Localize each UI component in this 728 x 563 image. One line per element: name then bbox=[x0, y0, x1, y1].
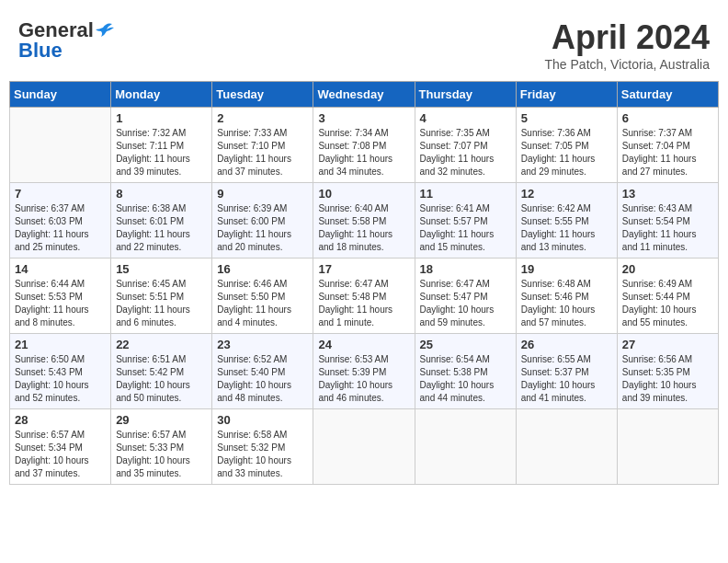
calendar-week-5: 28Sunrise: 6:57 AMSunset: 5:34 PMDayligh… bbox=[10, 409, 719, 485]
calendar-cell: 30Sunrise: 6:58 AMSunset: 5:32 PMDayligh… bbox=[212, 409, 313, 485]
day-info: Sunrise: 6:39 AMSunset: 6:00 PMDaylight:… bbox=[217, 202, 308, 254]
calendar-cell: 18Sunrise: 6:47 AMSunset: 5:47 PMDayligh… bbox=[415, 259, 516, 334]
day-number: 27 bbox=[622, 338, 713, 351]
day-info: Sunrise: 7:37 AMSunset: 7:04 PMDaylight:… bbox=[622, 127, 713, 178]
header-monday: Monday bbox=[111, 82, 212, 108]
day-info: Sunrise: 6:53 AMSunset: 5:39 PMDaylight:… bbox=[318, 353, 409, 405]
calendar-cell bbox=[313, 409, 415, 485]
calendar-cell: 3Sunrise: 7:34 AMSunset: 7:08 PMDaylight… bbox=[313, 108, 415, 183]
header-wednesday: Wednesday bbox=[313, 82, 415, 108]
day-info: Sunrise: 7:33 AMSunset: 7:10 PMDaylight:… bbox=[217, 127, 308, 178]
day-info: Sunrise: 7:34 AMSunset: 7:08 PMDaylight:… bbox=[318, 127, 409, 178]
day-info: Sunrise: 6:57 AMSunset: 5:33 PMDaylight:… bbox=[116, 429, 207, 480]
calendar-cell: 2Sunrise: 7:33 AMSunset: 7:10 PMDaylight… bbox=[212, 108, 313, 183]
day-number: 11 bbox=[420, 187, 511, 201]
calendar-cell bbox=[10, 108, 111, 183]
calendar-cell: 1Sunrise: 7:32 AMSunset: 7:11 PMDaylight… bbox=[111, 108, 212, 183]
calendar-cell: 28Sunrise: 6:57 AMSunset: 5:34 PMDayligh… bbox=[10, 409, 111, 485]
day-number: 3 bbox=[318, 111, 409, 125]
day-info: Sunrise: 6:38 AMSunset: 6:01 PMDaylight:… bbox=[116, 202, 207, 254]
day-info: Sunrise: 6:44 AMSunset: 5:53 PMDaylight:… bbox=[15, 278, 106, 329]
day-info: Sunrise: 6:56 AMSunset: 5:35 PMDaylight:… bbox=[622, 353, 713, 405]
header-thursday: Thursday bbox=[415, 82, 516, 108]
day-info: Sunrise: 6:52 AMSunset: 5:40 PMDaylight:… bbox=[217, 353, 308, 405]
calendar-cell: 6Sunrise: 7:37 AMSunset: 7:04 PMDaylight… bbox=[617, 108, 718, 183]
day-number: 21 bbox=[15, 338, 106, 351]
calendar-cell: 11Sunrise: 6:41 AMSunset: 5:57 PMDayligh… bbox=[415, 183, 516, 259]
calendar-cell: 10Sunrise: 6:40 AMSunset: 5:58 PMDayligh… bbox=[313, 183, 415, 259]
day-number: 17 bbox=[318, 262, 409, 276]
calendar-cell: 19Sunrise: 6:48 AMSunset: 5:46 PMDayligh… bbox=[516, 259, 617, 334]
logo-text-blue: Blue bbox=[18, 39, 63, 63]
header-sunday: Sunday bbox=[10, 82, 111, 108]
calendar-cell: 17Sunrise: 6:47 AMSunset: 5:48 PMDayligh… bbox=[313, 259, 415, 334]
calendar-cell: 20Sunrise: 6:49 AMSunset: 5:44 PMDayligh… bbox=[617, 259, 718, 334]
day-info: Sunrise: 6:41 AMSunset: 5:57 PMDaylight:… bbox=[420, 202, 511, 254]
day-info: Sunrise: 6:45 AMSunset: 5:51 PMDaylight:… bbox=[116, 278, 207, 329]
calendar-cell: 5Sunrise: 7:36 AMSunset: 7:05 PMDaylight… bbox=[516, 108, 617, 183]
calendar-cell: 16Sunrise: 6:46 AMSunset: 5:50 PMDayligh… bbox=[212, 259, 313, 334]
calendar-week-1: 1Sunrise: 7:32 AMSunset: 7:11 PMDaylight… bbox=[10, 108, 719, 183]
header-friday: Friday bbox=[516, 82, 617, 108]
day-info: Sunrise: 6:40 AMSunset: 5:58 PMDaylight:… bbox=[318, 202, 409, 254]
calendar-cell: 25Sunrise: 6:54 AMSunset: 5:38 PMDayligh… bbox=[415, 334, 516, 409]
day-info: Sunrise: 6:37 AMSunset: 6:03 PMDaylight:… bbox=[15, 202, 106, 254]
calendar-header-row: SundayMondayTuesdayWednesdayThursdayFrid… bbox=[10, 82, 719, 108]
day-info: Sunrise: 6:49 AMSunset: 5:44 PMDaylight:… bbox=[622, 278, 713, 329]
day-number: 28 bbox=[15, 413, 106, 427]
calendar-cell: 15Sunrise: 6:45 AMSunset: 5:51 PMDayligh… bbox=[111, 259, 212, 334]
calendar-cell: 27Sunrise: 6:56 AMSunset: 5:35 PMDayligh… bbox=[617, 334, 718, 409]
calendar-week-4: 21Sunrise: 6:50 AMSunset: 5:43 PMDayligh… bbox=[10, 334, 719, 409]
day-info: Sunrise: 6:42 AMSunset: 5:55 PMDaylight:… bbox=[521, 202, 612, 254]
day-number: 20 bbox=[622, 262, 713, 276]
calendar-cell: 26Sunrise: 6:55 AMSunset: 5:37 PMDayligh… bbox=[516, 334, 617, 409]
day-number: 4 bbox=[420, 111, 511, 125]
title-block: April 2024 The Patch, Victoria, Australi… bbox=[545, 18, 711, 72]
calendar-cell bbox=[415, 409, 516, 485]
calendar-week-3: 14Sunrise: 6:44 AMSunset: 5:53 PMDayligh… bbox=[10, 259, 719, 334]
logo: General Blue bbox=[18, 18, 116, 63]
calendar-cell: 22Sunrise: 6:51 AMSunset: 5:42 PMDayligh… bbox=[111, 334, 212, 409]
calendar-week-2: 7Sunrise: 6:37 AMSunset: 6:03 PMDaylight… bbox=[10, 183, 719, 259]
calendar-cell: 14Sunrise: 6:44 AMSunset: 5:53 PMDayligh… bbox=[10, 259, 111, 334]
calendar-cell: 7Sunrise: 6:37 AMSunset: 6:03 PMDaylight… bbox=[10, 183, 111, 259]
calendar-cell: 12Sunrise: 6:42 AMSunset: 5:55 PMDayligh… bbox=[516, 183, 617, 259]
day-info: Sunrise: 6:51 AMSunset: 5:42 PMDaylight:… bbox=[116, 353, 207, 405]
day-number: 22 bbox=[116, 338, 207, 351]
location-subtitle: The Patch, Victoria, Australia bbox=[545, 57, 711, 72]
page-header: General Blue April 2024 The Patch, Victo… bbox=[9, 9, 719, 76]
calendar-cell: 13Sunrise: 6:43 AMSunset: 5:54 PMDayligh… bbox=[617, 183, 718, 259]
calendar-cell: 23Sunrise: 6:52 AMSunset: 5:40 PMDayligh… bbox=[212, 334, 313, 409]
day-number: 30 bbox=[217, 413, 308, 427]
day-info: Sunrise: 7:36 AMSunset: 7:05 PMDaylight:… bbox=[521, 127, 612, 178]
calendar-cell: 9Sunrise: 6:39 AMSunset: 6:00 PMDaylight… bbox=[212, 183, 313, 259]
day-number: 5 bbox=[521, 111, 612, 125]
day-info: Sunrise: 6:54 AMSunset: 5:38 PMDaylight:… bbox=[420, 353, 511, 405]
calendar-cell bbox=[617, 409, 718, 485]
day-info: Sunrise: 6:50 AMSunset: 5:43 PMDaylight:… bbox=[15, 353, 106, 405]
day-info: Sunrise: 7:35 AMSunset: 7:07 PMDaylight:… bbox=[420, 127, 511, 178]
day-number: 1 bbox=[116, 111, 207, 125]
day-info: Sunrise: 6:43 AMSunset: 5:54 PMDaylight:… bbox=[622, 202, 713, 254]
day-number: 29 bbox=[116, 413, 207, 427]
day-number: 24 bbox=[318, 338, 409, 351]
day-number: 14 bbox=[15, 262, 106, 276]
day-number: 9 bbox=[217, 187, 308, 201]
day-number: 23 bbox=[217, 338, 308, 351]
day-number: 10 bbox=[318, 187, 409, 201]
calendar-cell: 29Sunrise: 6:57 AMSunset: 5:33 PMDayligh… bbox=[111, 409, 212, 485]
calendar-cell: 4Sunrise: 7:35 AMSunset: 7:07 PMDaylight… bbox=[415, 108, 516, 183]
day-info: Sunrise: 6:48 AMSunset: 5:46 PMDaylight:… bbox=[521, 278, 612, 329]
day-number: 19 bbox=[521, 262, 612, 276]
day-number: 16 bbox=[217, 262, 308, 276]
month-year-title: April 2024 bbox=[545, 18, 711, 57]
day-number: 12 bbox=[521, 187, 612, 201]
day-number: 6 bbox=[622, 111, 713, 125]
day-number: 15 bbox=[116, 262, 207, 276]
day-number: 8 bbox=[116, 187, 207, 201]
calendar-table: SundayMondayTuesdayWednesdayThursdayFrid… bbox=[9, 81, 719, 485]
day-info: Sunrise: 7:32 AMSunset: 7:11 PMDaylight:… bbox=[116, 127, 207, 178]
calendar-cell: 21Sunrise: 6:50 AMSunset: 5:43 PMDayligh… bbox=[10, 334, 111, 409]
day-info: Sunrise: 6:58 AMSunset: 5:32 PMDaylight:… bbox=[217, 429, 308, 480]
day-info: Sunrise: 6:47 AMSunset: 5:47 PMDaylight:… bbox=[420, 278, 511, 329]
